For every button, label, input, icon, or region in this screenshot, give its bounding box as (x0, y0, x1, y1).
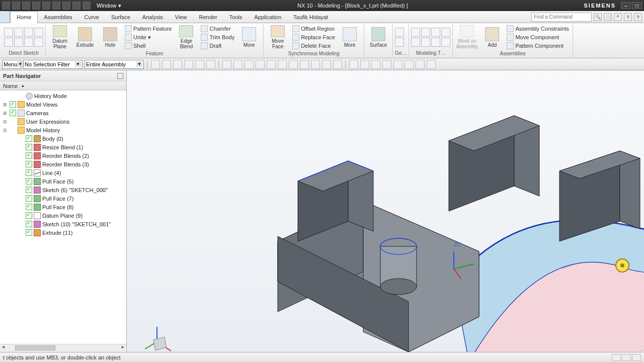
tree-item[interactable]: Body (0) (0, 134, 126, 143)
qat-btn[interactable] (83, 2, 91, 10)
sketch-prof-icon[interactable] (34, 28, 43, 37)
expand-icon[interactable]: ⊞ (2, 102, 8, 107)
sel-tool-icon[interactable] (162, 60, 171, 69)
menu-dropdown[interactable]: Menu (2, 60, 21, 69)
mt-icon[interactable] (411, 28, 420, 37)
checkbox-icon[interactable] (26, 169, 32, 176)
sel-tool-icon[interactable] (427, 60, 436, 69)
sel-tool-icon[interactable] (173, 60, 182, 69)
sel-tool-icon[interactable] (360, 60, 369, 69)
replace-face-button[interactable]: Replace Face (291, 33, 337, 41)
assembly-constraints-button[interactable]: Assembly Constraints (505, 25, 570, 33)
tree-item[interactable]: Reorder Blends (2) (0, 151, 126, 160)
tree-item[interactable]: ⊟Model History (0, 126, 126, 134)
sel-tool-icon[interactable] (222, 60, 231, 69)
qat-btn[interactable] (62, 2, 70, 10)
ge-icon[interactable] (395, 28, 404, 37)
graphics-viewport[interactable]: ZC (127, 70, 644, 352)
tree-item[interactable]: Pull Face (8) (0, 203, 126, 211)
sel-tool-icon[interactable] (416, 60, 425, 69)
file-menu-button[interactable] (0, 11, 10, 23)
sel-tool-icon[interactable] (184, 60, 193, 69)
chamfer-button[interactable]: Chamfer (199, 25, 236, 33)
qat-btn[interactable] (42, 2, 50, 10)
checkbox-icon[interactable] (26, 212, 32, 219)
status-icon[interactable] (622, 354, 631, 361)
help-button[interactable]: ⬜ (604, 13, 612, 21)
tab-tools[interactable]: Tools (223, 11, 249, 23)
checkbox-icon[interactable] (26, 187, 32, 193)
help-button[interactable]: 🔍 (594, 13, 602, 21)
sel-tool-icon[interactable] (393, 60, 403, 69)
nav-hscrollbar[interactable] (0, 344, 126, 352)
tab-view[interactable]: View (169, 11, 193, 23)
qat-btn[interactable] (72, 2, 80, 10)
find-command-input[interactable] (531, 13, 592, 22)
assembly-scope-dropdown[interactable]: Entire Assembly (85, 60, 144, 69)
more-feature-button[interactable]: More (237, 24, 261, 50)
tree-item[interactable]: ⊞Model Views (0, 100, 126, 109)
sel-tool-icon[interactable] (256, 60, 265, 69)
tree-item[interactable]: Sketch (6) "SKETCH_000" (0, 186, 126, 194)
window-menu[interactable]: Window ▾ (97, 3, 121, 9)
mt-icon[interactable] (441, 28, 450, 37)
nav-column-header[interactable]: Name ▲ (0, 81, 126, 90)
checkbox-icon[interactable] (26, 229, 32, 236)
tab-surface[interactable]: Surface (105, 11, 136, 23)
pattern-feature-button[interactable]: Pattern Feature (123, 25, 173, 33)
surface-button[interactable]: Surface (366, 24, 390, 50)
more-sync-button[interactable]: More (338, 24, 362, 50)
datum-plane-button[interactable]: Datum Plane (48, 24, 72, 50)
draft-button[interactable]: Draft (199, 42, 236, 50)
mt-icon[interactable] (421, 28, 430, 37)
tab-home[interactable]: Home (10, 11, 38, 23)
sel-tool-icon[interactable] (405, 60, 414, 69)
sketch-line-icon[interactable] (4, 28, 13, 37)
mt-icon[interactable] (441, 38, 450, 47)
tree-item[interactable]: Line (4) (0, 168, 126, 177)
expand-icon[interactable]: ⊟ (2, 119, 8, 124)
help-button[interactable]: ^ (614, 13, 622, 21)
sel-tool-icon[interactable] (233, 60, 243, 69)
tree-item[interactable]: Reorder Blends (3) (0, 160, 126, 168)
edge-blend-button[interactable]: Edge Blend (174, 24, 198, 50)
shell-button[interactable]: Shell (123, 42, 173, 50)
help-button[interactable]: ? (634, 13, 642, 21)
qat-btn[interactable] (32, 2, 40, 10)
move-face-button[interactable]: Move Face (266, 24, 290, 50)
checkbox-icon[interactable] (26, 135, 32, 142)
checkbox-icon[interactable] (26, 204, 32, 210)
help-button[interactable]: ? (624, 13, 632, 21)
checkbox-icon[interactable] (26, 144, 32, 150)
sel-tool-icon[interactable] (289, 60, 298, 69)
tree-item[interactable]: ⊞Cameras (0, 109, 126, 117)
sketch-add-icon[interactable] (34, 38, 43, 47)
qat-btn[interactable] (12, 2, 20, 10)
checkbox-icon[interactable] (26, 152, 32, 159)
pin-icon[interactable] (117, 73, 123, 79)
checkbox-icon[interactable] (26, 161, 32, 167)
tree-item[interactable]: Pull Face (7) (0, 194, 126, 203)
sel-tool-icon[interactable] (322, 60, 331, 69)
sel-tool-icon[interactable] (382, 60, 391, 69)
pattern-component-button[interactable]: Pattern Component (505, 42, 570, 50)
tab-analysis[interactable]: Analysis (136, 11, 169, 23)
tree-item[interactable]: Datum Plane (9) (0, 211, 126, 220)
tab-curve[interactable]: Curve (78, 11, 105, 23)
qat-btn[interactable] (2, 2, 10, 10)
mt-icon[interactable] (411, 38, 420, 47)
tab-custom[interactable]: Taufik Hidayat (287, 11, 334, 23)
sketch-ellipse-icon[interactable] (14, 38, 23, 47)
sel-tool-icon[interactable] (371, 60, 380, 69)
checkbox-icon[interactable] (26, 178, 32, 185)
hole-button[interactable]: Hole (98, 24, 122, 50)
offset-region-button[interactable]: Offset Region (291, 25, 337, 33)
checkbox-icon[interactable] (26, 195, 32, 202)
sel-tool-icon[interactable] (195, 60, 204, 69)
checkbox-icon[interactable] (10, 110, 16, 116)
sketch-point-icon[interactable] (24, 38, 33, 47)
sketch-rect-icon[interactable] (24, 28, 33, 37)
ge-icon[interactable] (395, 38, 404, 47)
sel-tool-icon[interactable] (333, 60, 342, 69)
qat-btn[interactable] (22, 2, 30, 10)
